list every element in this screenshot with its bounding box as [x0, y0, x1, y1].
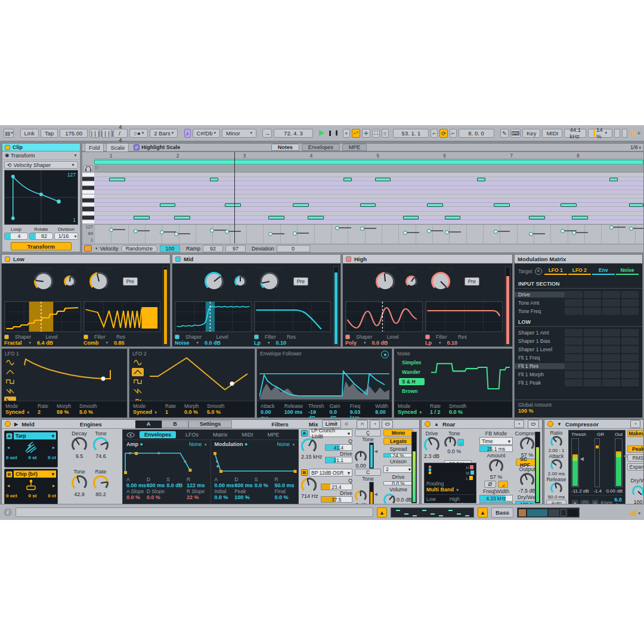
computer-midi-keyboard-icon[interactable]: ⌨	[510, 129, 521, 138]
velocity-marker[interactable]	[572, 231, 576, 235]
midi-note[interactable]	[210, 178, 218, 181]
velocity-marker[interactable]	[445, 230, 449, 234]
velocity-marker[interactable]	[403, 231, 407, 235]
matrix-source-column[interactable]: Env	[592, 267, 615, 275]
loop-region-bar[interactable]	[94, 160, 643, 165]
clip-chooser-left-icon[interactable]: ▲	[377, 507, 387, 518]
transform-section-header[interactable]: ✱ Transform▼	[2, 151, 80, 160]
matrix-row-label[interactable]: Flt 1 Freq	[515, 355, 565, 361]
velocity-lane[interactable]	[94, 224, 643, 243]
meld-tab-settings[interactable]: Settings	[188, 420, 233, 428]
mid-res[interactable]: 0.10	[276, 340, 287, 346]
roar-lock-icon[interactable]: ⬭	[528, 420, 539, 429]
filter-a-q-field[interactable]: 41.4	[325, 444, 352, 451]
matrix-row-label[interactable]: Drive	[515, 292, 565, 298]
midi-note[interactable]	[225, 203, 241, 207]
preview-headphone-icon[interactable]	[83, 165, 93, 172]
device-chooser-left-icon[interactable]: ▲	[478, 507, 488, 518]
mixer-view-icon[interactable]: |||	[629, 130, 636, 136]
amp-d-slope[interactable]: 0.0 %	[147, 494, 167, 500]
high-level[interactable]: 0.0 dB	[372, 340, 388, 346]
loop-input[interactable]: 4	[4, 233, 28, 240]
roar-drive-knob[interactable]: Drive2.3 dB	[424, 431, 439, 459]
tab-envelopes[interactable]: Envelopes	[302, 144, 340, 151]
filter-b-level-slider[interactable]: ◀	[369, 482, 374, 506]
lane-fold-button[interactable]	[84, 245, 92, 252]
engine-b-knob1[interactable]: Tone42.9	[72, 469, 87, 506]
ramp-start-field[interactable]: 92	[203, 245, 223, 252]
punch-out-icon[interactable]: ⌐	[450, 129, 457, 138]
lfo2-morph[interactable]: Morph0.0 %	[184, 403, 199, 415]
out-meter[interactable]: ◀	[615, 438, 623, 487]
tap-tempo-button[interactable]: Tap	[41, 129, 58, 138]
matrix-cell[interactable]	[602, 371, 620, 378]
matrix-source-column[interactable]: Noise	[616, 267, 639, 275]
mid-filter-display[interactable]	[254, 301, 331, 332]
velocity-marker[interactable]	[160, 230, 164, 234]
randomize-button[interactable]: Randomize	[121, 245, 158, 252]
engine-a-knob1[interactable]: Decay9.5	[72, 431, 87, 467]
filter-a-c-button[interactable]: Ç	[355, 429, 381, 436]
scale-fold-button[interactable]: Scale	[106, 143, 129, 152]
refresh-icon[interactable]: ⟲	[7, 162, 12, 168]
velocity-marker[interactable]	[293, 231, 297, 236]
midi-note[interactable]	[293, 203, 309, 207]
engine-a-select[interactable]: Tarp▾	[14, 432, 56, 439]
randomize-amount-field[interactable]: 100	[160, 245, 180, 252]
lfo-shape-sine-icon[interactable]	[132, 358, 144, 367]
mid-pre-button[interactable]: Pre	[293, 277, 308, 286]
midi-note[interactable]	[308, 216, 324, 219]
unison-select[interactable]: 2▾	[383, 466, 413, 473]
matrix-cell[interactable]	[584, 379, 602, 386]
compressor-fold-icon[interactable]: ▼	[557, 422, 562, 427]
high-shaper-checkbox[interactable]	[345, 335, 350, 339]
velocity-marker[interactable]	[225, 230, 229, 234]
thresh-value[interactable]: -11.2 dB	[571, 488, 589, 494]
piano-keys[interactable]	[82, 173, 94, 224]
mod-env-display[interactable]	[211, 448, 299, 475]
envfollower-release[interactable]: Release100 ms	[284, 403, 303, 415]
engine-b-prev-icon[interactable]: ◂	[7, 483, 10, 488]
mid-level[interactable]: 0.0 dB	[205, 340, 221, 346]
lfo-shape-saw-icon[interactable]	[132, 387, 144, 395]
subtab-envelopes[interactable]: Envelopes	[140, 431, 176, 438]
low-bias-knob[interactable]: Bias0.02	[64, 268, 76, 295]
highlight-scale-toggle[interactable]: ✓ Highlight Scale	[134, 144, 180, 150]
envfollower-freq[interactable]: Freq9.03 kHz	[350, 403, 370, 418]
meld-lock-icon[interactable]: ⬭	[382, 420, 393, 429]
attack-knob[interactable]	[550, 459, 562, 471]
fb-filter-button[interactable]: ◞	[498, 481, 508, 488]
legato-button[interactable]: Legato	[383, 438, 413, 445]
mod-r[interactable]: 50.0 ms	[274, 482, 295, 488]
midi-note[interactable]	[268, 216, 284, 219]
compressor-drywet-knob[interactable]	[632, 485, 644, 497]
lfo-shape-tri-icon[interactable]	[132, 368, 144, 376]
noise-type-sh[interactable]: S & H	[399, 378, 425, 385]
matrix-source-column[interactable]: LFO 2	[568, 267, 591, 275]
lfo1-mode[interactable]: ModeSynced ▾	[5, 403, 29, 415]
transform-tool-select[interactable]: ⟲Velocity Shaper▼	[4, 161, 78, 169]
piano-key[interactable]	[82, 177, 94, 181]
high-shaper-display[interactable]	[345, 301, 423, 332]
grid-resolution-menu[interactable]: 1/8▾	[630, 144, 641, 150]
velocity-marker[interactable]	[529, 232, 533, 236]
matrix-row-label[interactable]: Flt 1 Morph	[515, 371, 565, 377]
matrix-row-label[interactable]: Flt 1 Res	[515, 363, 565, 369]
matrix-cell[interactable]	[565, 346, 583, 353]
engine-a-prev-icon[interactable]: ◂	[7, 445, 10, 450]
matrix-cell[interactable]	[621, 354, 639, 361]
low-filter-checkbox[interactable]	[83, 335, 88, 339]
midi-note[interactable]	[494, 203, 510, 207]
punch-in-icon[interactable]: ⌐	[431, 129, 438, 138]
filter-b-freq-knob[interactable]: 714 Hz	[301, 478, 318, 503]
velocity-marker[interactable]	[174, 232, 178, 236]
output-knob[interactable]	[520, 473, 534, 487]
piano-key[interactable]	[82, 212, 94, 216]
tempo-field[interactable]: 175.00	[60, 129, 88, 138]
high-enable-checkbox[interactable]	[346, 256, 351, 262]
compressor-dial-icon[interactable]: ◔	[630, 420, 640, 428]
noise-type-simplex[interactable]: Simplex	[399, 359, 425, 366]
piano-key[interactable]	[82, 186, 94, 190]
piano-key[interactable]	[82, 190, 94, 194]
lane-chevron-icon[interactable]: ▾	[95, 246, 98, 251]
